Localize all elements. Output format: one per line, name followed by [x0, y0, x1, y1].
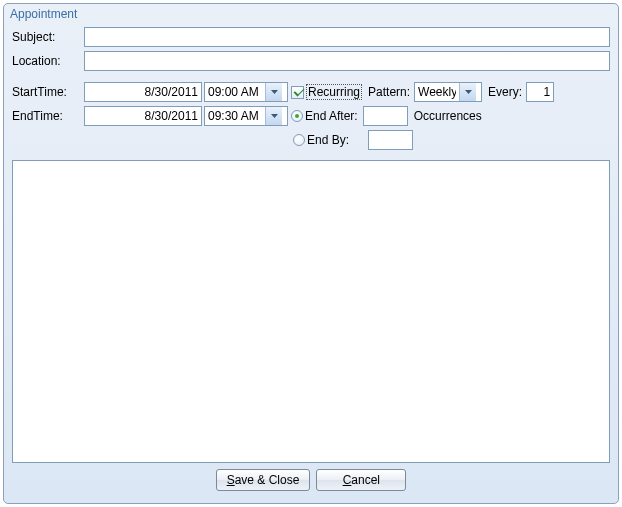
end-date-input[interactable]: [84, 106, 202, 126]
recurring-checkbox[interactable]: Recurring: [291, 84, 362, 100]
end-time-combobox[interactable]: [204, 106, 288, 126]
cancel-button[interactable]: Cancel: [316, 469, 406, 491]
end-by-radio[interactable]: End By:: [293, 133, 349, 147]
footer: Save & Close Cancel: [12, 463, 610, 495]
start-time-input[interactable]: [205, 83, 265, 101]
checkbox-icon: [291, 86, 304, 99]
start-time-combobox[interactable]: [204, 82, 288, 102]
subject-row: Subject:: [12, 27, 610, 47]
pattern-label: Pattern:: [368, 85, 410, 99]
every-input[interactable]: [526, 82, 554, 102]
window-title: Appointment: [4, 4, 618, 22]
chevron-down-icon[interactable]: [265, 83, 282, 101]
save-close-button[interactable]: Save & Close: [216, 469, 311, 491]
start-row: StartTime: Recurring Pattern: Every:: [12, 82, 610, 102]
start-label: StartTime:: [12, 85, 84, 99]
chevron-down-icon[interactable]: [459, 83, 476, 101]
end-after-input[interactable]: [363, 106, 408, 126]
end-time-input[interactable]: [205, 107, 265, 125]
chevron-down-icon[interactable]: [265, 107, 282, 125]
appointment-window: Appointment Subject: Location: StartTime…: [3, 3, 619, 504]
end-by-label: End By:: [307, 133, 349, 147]
location-row: Location:: [12, 51, 610, 71]
notes-area[interactable]: [12, 160, 610, 463]
every-label: Every:: [488, 85, 522, 99]
end-after-radio[interactable]: End After:: [291, 109, 358, 123]
end-row: EndTime: End After: Occurrences: [12, 106, 610, 126]
pattern-input[interactable]: [415, 83, 459, 101]
radio-icon: [293, 134, 305, 146]
recurring-label: Recurring: [306, 84, 362, 100]
subject-label: Subject:: [12, 30, 84, 44]
radio-icon: [291, 110, 303, 122]
pattern-combobox[interactable]: [414, 82, 482, 102]
subject-input[interactable]: [84, 27, 610, 47]
end-label: EndTime:: [12, 109, 84, 123]
location-label: Location:: [12, 54, 84, 68]
start-date-input[interactable]: [84, 82, 202, 102]
end-after-label: End After:: [305, 109, 358, 123]
content-area: Subject: Location: StartTime: Recurring …: [4, 22, 618, 503]
location-input[interactable]: [84, 51, 610, 71]
occurrences-label: Occurrences: [414, 109, 482, 123]
endby-row: End By:: [290, 130, 610, 150]
end-by-input[interactable]: [368, 130, 413, 150]
